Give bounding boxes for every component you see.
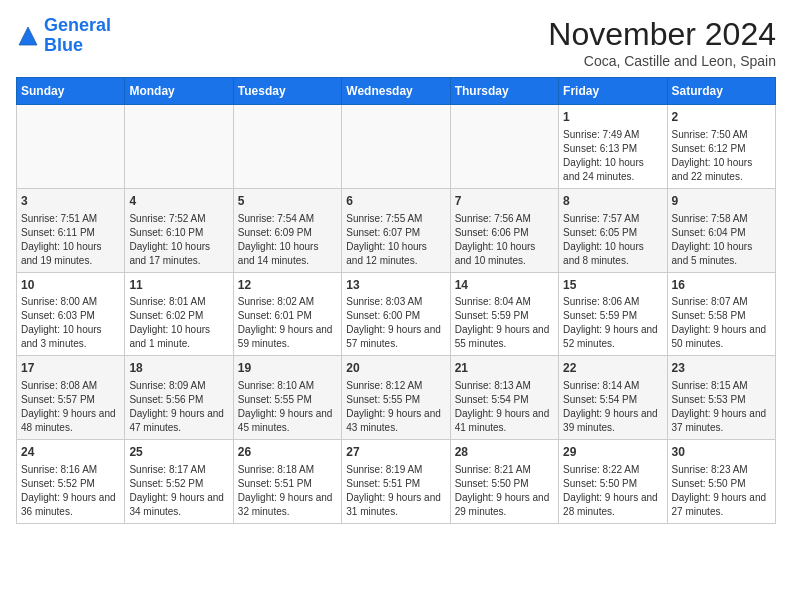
header-row: SundayMondayTuesdayWednesdayThursdayFrid… <box>17 78 776 105</box>
day-detail: Sunrise: 8:04 AM Sunset: 5:59 PM Dayligh… <box>455 295 554 351</box>
day-number: 2 <box>672 109 771 126</box>
day-detail: Sunrise: 8:08 AM Sunset: 5:57 PM Dayligh… <box>21 379 120 435</box>
day-number: 10 <box>21 277 120 294</box>
day-detail: Sunrise: 7:56 AM Sunset: 6:06 PM Dayligh… <box>455 212 554 268</box>
column-header-tuesday: Tuesday <box>233 78 341 105</box>
day-number: 9 <box>672 193 771 210</box>
day-number: 16 <box>672 277 771 294</box>
day-number: 4 <box>129 193 228 210</box>
day-number: 27 <box>346 444 445 461</box>
day-number: 8 <box>563 193 662 210</box>
day-detail: Sunrise: 8:18 AM Sunset: 5:51 PM Dayligh… <box>238 463 337 519</box>
day-number: 24 <box>21 444 120 461</box>
day-number: 17 <box>21 360 120 377</box>
day-cell: 23Sunrise: 8:15 AM Sunset: 5:53 PM Dayli… <box>667 356 775 440</box>
day-cell: 6Sunrise: 7:55 AM Sunset: 6:07 PM Daylig… <box>342 188 450 272</box>
day-detail: Sunrise: 7:58 AM Sunset: 6:04 PM Dayligh… <box>672 212 771 268</box>
calendar-title: November 2024 <box>548 16 776 53</box>
day-detail: Sunrise: 8:15 AM Sunset: 5:53 PM Dayligh… <box>672 379 771 435</box>
day-detail: Sunrise: 8:10 AM Sunset: 5:55 PM Dayligh… <box>238 379 337 435</box>
column-header-thursday: Thursday <box>450 78 558 105</box>
day-cell: 17Sunrise: 8:08 AM Sunset: 5:57 PM Dayli… <box>17 356 125 440</box>
day-number: 15 <box>563 277 662 294</box>
day-cell: 1Sunrise: 7:49 AM Sunset: 6:13 PM Daylig… <box>559 105 667 189</box>
day-cell: 4Sunrise: 7:52 AM Sunset: 6:10 PM Daylig… <box>125 188 233 272</box>
day-number: 11 <box>129 277 228 294</box>
day-detail: Sunrise: 8:13 AM Sunset: 5:54 PM Dayligh… <box>455 379 554 435</box>
day-cell: 20Sunrise: 8:12 AM Sunset: 5:55 PM Dayli… <box>342 356 450 440</box>
day-number: 7 <box>455 193 554 210</box>
day-number: 29 <box>563 444 662 461</box>
day-cell: 28Sunrise: 8:21 AM Sunset: 5:50 PM Dayli… <box>450 440 558 524</box>
day-number: 3 <box>21 193 120 210</box>
column-header-saturday: Saturday <box>667 78 775 105</box>
day-number: 13 <box>346 277 445 294</box>
day-cell: 10Sunrise: 8:00 AM Sunset: 6:03 PM Dayli… <box>17 272 125 356</box>
day-cell: 7Sunrise: 7:56 AM Sunset: 6:06 PM Daylig… <box>450 188 558 272</box>
day-cell: 29Sunrise: 8:22 AM Sunset: 5:50 PM Dayli… <box>559 440 667 524</box>
column-header-friday: Friday <box>559 78 667 105</box>
day-number: 22 <box>563 360 662 377</box>
week-row-5: 24Sunrise: 8:16 AM Sunset: 5:52 PM Dayli… <box>17 440 776 524</box>
day-cell: 22Sunrise: 8:14 AM Sunset: 5:54 PM Dayli… <box>559 356 667 440</box>
day-detail: Sunrise: 7:52 AM Sunset: 6:10 PM Dayligh… <box>129 212 228 268</box>
day-cell: 13Sunrise: 8:03 AM Sunset: 6:00 PM Dayli… <box>342 272 450 356</box>
day-detail: Sunrise: 7:57 AM Sunset: 6:05 PM Dayligh… <box>563 212 662 268</box>
calendar-table: SundayMondayTuesdayWednesdayThursdayFrid… <box>16 77 776 524</box>
day-number: 18 <box>129 360 228 377</box>
week-row-2: 3Sunrise: 7:51 AM Sunset: 6:11 PM Daylig… <box>17 188 776 272</box>
column-header-sunday: Sunday <box>17 78 125 105</box>
day-detail: Sunrise: 8:22 AM Sunset: 5:50 PM Dayligh… <box>563 463 662 519</box>
logo: General Blue <box>16 16 111 56</box>
svg-marker-0 <box>19 27 37 45</box>
day-cell: 3Sunrise: 7:51 AM Sunset: 6:11 PM Daylig… <box>17 188 125 272</box>
day-cell: 16Sunrise: 8:07 AM Sunset: 5:58 PM Dayli… <box>667 272 775 356</box>
day-number: 6 <box>346 193 445 210</box>
day-number: 23 <box>672 360 771 377</box>
day-detail: Sunrise: 7:50 AM Sunset: 6:12 PM Dayligh… <box>672 128 771 184</box>
day-detail: Sunrise: 7:51 AM Sunset: 6:11 PM Dayligh… <box>21 212 120 268</box>
day-detail: Sunrise: 8:21 AM Sunset: 5:50 PM Dayligh… <box>455 463 554 519</box>
day-cell: 19Sunrise: 8:10 AM Sunset: 5:55 PM Dayli… <box>233 356 341 440</box>
day-cell <box>342 105 450 189</box>
day-cell <box>17 105 125 189</box>
day-number: 25 <box>129 444 228 461</box>
day-cell: 2Sunrise: 7:50 AM Sunset: 6:12 PM Daylig… <box>667 105 775 189</box>
week-row-4: 17Sunrise: 8:08 AM Sunset: 5:57 PM Dayli… <box>17 356 776 440</box>
header: General Blue November 2024 Coca, Castill… <box>16 16 776 69</box>
day-number: 1 <box>563 109 662 126</box>
day-detail: Sunrise: 8:17 AM Sunset: 5:52 PM Dayligh… <box>129 463 228 519</box>
day-detail: Sunrise: 8:23 AM Sunset: 5:50 PM Dayligh… <box>672 463 771 519</box>
day-detail: Sunrise: 8:12 AM Sunset: 5:55 PM Dayligh… <box>346 379 445 435</box>
day-detail: Sunrise: 8:01 AM Sunset: 6:02 PM Dayligh… <box>129 295 228 351</box>
day-cell: 18Sunrise: 8:09 AM Sunset: 5:56 PM Dayli… <box>125 356 233 440</box>
day-cell: 26Sunrise: 8:18 AM Sunset: 5:51 PM Dayli… <box>233 440 341 524</box>
day-cell <box>233 105 341 189</box>
day-number: 12 <box>238 277 337 294</box>
day-number: 30 <box>672 444 771 461</box>
day-detail: Sunrise: 8:19 AM Sunset: 5:51 PM Dayligh… <box>346 463 445 519</box>
week-row-1: 1Sunrise: 7:49 AM Sunset: 6:13 PM Daylig… <box>17 105 776 189</box>
day-cell: 8Sunrise: 7:57 AM Sunset: 6:05 PM Daylig… <box>559 188 667 272</box>
day-number: 21 <box>455 360 554 377</box>
column-header-monday: Monday <box>125 78 233 105</box>
logo-icon <box>16 24 40 48</box>
day-number: 5 <box>238 193 337 210</box>
day-detail: Sunrise: 8:02 AM Sunset: 6:01 PM Dayligh… <box>238 295 337 351</box>
day-detail: Sunrise: 8:00 AM Sunset: 6:03 PM Dayligh… <box>21 295 120 351</box>
logo-text: General Blue <box>44 16 111 56</box>
day-cell: 21Sunrise: 8:13 AM Sunset: 5:54 PM Dayli… <box>450 356 558 440</box>
day-detail: Sunrise: 8:07 AM Sunset: 5:58 PM Dayligh… <box>672 295 771 351</box>
day-number: 20 <box>346 360 445 377</box>
day-cell: 14Sunrise: 8:04 AM Sunset: 5:59 PM Dayli… <box>450 272 558 356</box>
title-area: November 2024 Coca, Castille and Leon, S… <box>548 16 776 69</box>
day-detail: Sunrise: 8:06 AM Sunset: 5:59 PM Dayligh… <box>563 295 662 351</box>
day-cell: 30Sunrise: 8:23 AM Sunset: 5:50 PM Dayli… <box>667 440 775 524</box>
day-detail: Sunrise: 7:55 AM Sunset: 6:07 PM Dayligh… <box>346 212 445 268</box>
day-detail: Sunrise: 7:49 AM Sunset: 6:13 PM Dayligh… <box>563 128 662 184</box>
day-cell <box>125 105 233 189</box>
day-detail: Sunrise: 7:54 AM Sunset: 6:09 PM Dayligh… <box>238 212 337 268</box>
calendar-subtitle: Coca, Castille and Leon, Spain <box>548 53 776 69</box>
day-cell: 24Sunrise: 8:16 AM Sunset: 5:52 PM Dayli… <box>17 440 125 524</box>
week-row-3: 10Sunrise: 8:00 AM Sunset: 6:03 PM Dayli… <box>17 272 776 356</box>
